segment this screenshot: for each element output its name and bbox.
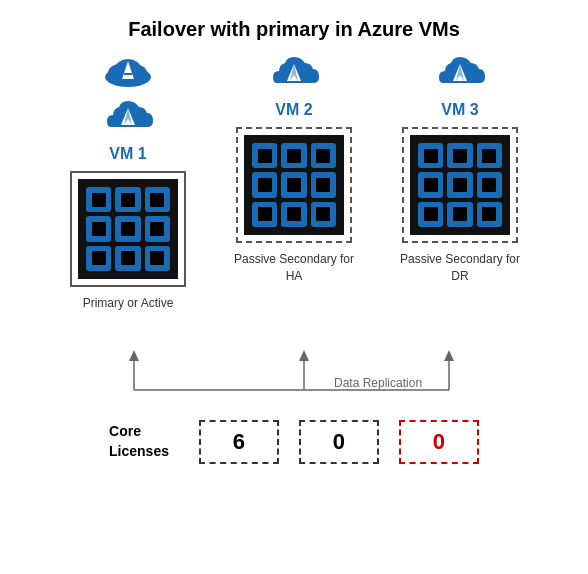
vm1-column: VM 1 Primary or Active — [58, 51, 198, 345]
svg-marker-20 — [444, 350, 454, 361]
vm1-description: Primary or Active — [83, 295, 174, 345]
cloud-vm3 — [433, 51, 487, 95]
chip — [418, 172, 443, 197]
cloud-icon-vm1 — [101, 51, 155, 89]
chip — [281, 172, 306, 197]
chip — [86, 246, 111, 271]
vm1-box — [78, 179, 178, 279]
chip — [477, 202, 502, 227]
arrows-svg: Data Replication — [44, 345, 544, 400]
chip — [145, 216, 170, 241]
page-title: Failover with primary in Azure VMs — [128, 18, 460, 41]
chip — [281, 143, 306, 168]
vm2-description: Passive Secondary for HA — [224, 251, 364, 301]
chip — [418, 143, 443, 168]
license-section: Core Licenses 6 0 0 — [79, 420, 509, 464]
vm1-box-wrapper — [70, 171, 186, 287]
diagram: Failover with primary in Azure VMs — [0, 0, 588, 464]
chip — [311, 172, 336, 197]
chip — [477, 143, 502, 168]
vm2-box — [244, 135, 344, 235]
chip — [447, 143, 472, 168]
svg-marker-14 — [129, 350, 139, 361]
chip — [418, 202, 443, 227]
svg-rect-6 — [124, 73, 132, 75]
vm3-box-wrapper — [402, 127, 518, 243]
cloud-vm1 — [101, 95, 155, 139]
chip — [311, 143, 336, 168]
chip — [281, 202, 306, 227]
chip — [447, 172, 472, 197]
chip — [115, 246, 140, 271]
chip — [115, 187, 140, 212]
vm3-box — [410, 135, 510, 235]
license-box-2: 0 — [299, 420, 379, 464]
chip — [252, 202, 277, 227]
svg-marker-17 — [299, 350, 309, 361]
vm2-box-wrapper — [236, 127, 352, 243]
vm-columns-row: VM 1 Primary or Active — [0, 51, 588, 345]
vm3-description: Passive Secondary for DR — [390, 251, 530, 301]
chip — [86, 187, 111, 212]
chip — [86, 216, 111, 241]
chip — [311, 202, 336, 227]
vm3-column: VM 3 Passive Secondary for DR — [390, 51, 530, 301]
license-box-3: 0 — [399, 420, 479, 464]
replication-label: Data Replication — [334, 376, 422, 390]
vm3-label: VM 3 — [441, 101, 478, 119]
chip — [252, 172, 277, 197]
license-label: Core Licenses — [109, 422, 169, 461]
cloud-vm2 — [267, 51, 321, 95]
chip — [252, 143, 277, 168]
arrows-area: Data Replication — [0, 345, 588, 400]
vm2-column: VM 2 Passive Secondary for HA — [224, 51, 364, 301]
chip — [145, 187, 170, 212]
vm1-label: VM 1 — [109, 145, 146, 163]
vm2-label: VM 2 — [275, 101, 312, 119]
chip — [115, 216, 140, 241]
license-box-1: 6 — [199, 420, 279, 464]
chip — [145, 246, 170, 271]
chip — [447, 202, 472, 227]
chip — [477, 172, 502, 197]
